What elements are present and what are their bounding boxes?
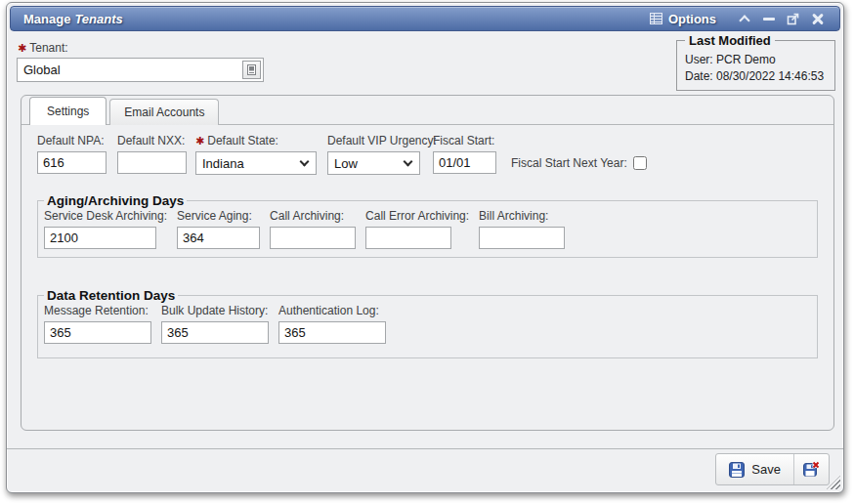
minimize-button[interactable] <box>756 9 781 28</box>
call-error-archiving-field: Call Error Archiving: <box>365 209 469 249</box>
default-state-label-text: Default State: <box>207 134 278 147</box>
default-vip-urgency-label: Default VIP Urgency: <box>327 134 420 147</box>
authentication-log-label: Authentication Log: <box>278 304 386 317</box>
default-nxx-input[interactable] <box>117 151 187 174</box>
service-aging-field: Service Aging: <box>177 209 260 249</box>
chevron-down-icon <box>300 156 310 166</box>
message-retention-input[interactable] <box>44 321 151 344</box>
save-floppy-icon <box>729 462 745 478</box>
default-npa-label: Default NPA: <box>37 134 107 147</box>
bill-archiving-label: Bill Archiving: <box>479 209 565 223</box>
tenant-input[interactable] <box>17 58 264 82</box>
close-icon <box>812 13 824 24</box>
save-button-label: Save <box>751 462 781 477</box>
call-error-archiving-input[interactable] <box>365 227 451 249</box>
manage-tenants-window: ManageTenants Options <box>6 2 844 493</box>
minimize-icon <box>763 18 775 21</box>
last-modified-legend: Last Modified <box>685 33 775 48</box>
default-vip-urgency-select[interactable]: Low <box>327 151 420 175</box>
call-archiving-input[interactable] <box>270 227 356 249</box>
options-grid-icon <box>650 13 662 24</box>
data-retention-days-group: Data Retention Days Message Retention: B… <box>37 288 818 358</box>
tab-settings[interactable]: Settings <box>29 97 107 125</box>
service-desk-archiving-field: Service Desk Archiving: <box>44 209 167 249</box>
window-title: ManageTenants <box>23 12 123 26</box>
service-aging-label: Service Aging: <box>177 209 260 223</box>
call-archiving-label: Call Archiving: <box>270 209 356 223</box>
title-bar-controls: Options <box>650 9 830 28</box>
fiscal-start-input[interactable] <box>433 151 496 174</box>
aging-archiving-days-group: Aging/Archiving Days Service Desk Archiv… <box>37 193 818 258</box>
aging-archiving-days-legend: Aging/Archiving Days <box>44 193 187 208</box>
default-npa-input[interactable] <box>37 151 107 174</box>
footer-divider <box>7 448 843 449</box>
tenant-tab-panel: Settings Email Accounts Default NPA: Def… <box>21 95 834 431</box>
options-label: Options <box>668 12 716 26</box>
authentication-log-input[interactable] <box>278 321 386 344</box>
tenant-combobox <box>17 58 264 82</box>
last-modified-date: Date: 08/30/2022 14:46:53 <box>685 68 827 85</box>
call-archiving-field: Call Archiving: <box>270 209 356 249</box>
tenant-picker-button[interactable] <box>242 61 261 79</box>
tenant-picker-icon <box>247 64 256 75</box>
bulk-update-history-field: Bulk Update History: <box>161 304 269 344</box>
default-vip-urgency-value: Low <box>334 156 358 171</box>
popout-button[interactable] <box>781 9 805 28</box>
close-button[interactable] <box>805 9 830 28</box>
fiscal-start-next-year-label: Fiscal Start Next Year: <box>511 156 627 170</box>
defaults-row: Default NPA: Default NXX: ✱Default State… <box>37 134 818 175</box>
chevron-down-icon <box>404 156 413 166</box>
call-error-archiving-label: Call Error Archiving: <box>365 209 469 223</box>
window-title-emphasis: Tenants <box>74 12 122 26</box>
last-modified-box: Last Modified User: PCR Demo Date: 08/30… <box>676 33 835 91</box>
bill-archiving-input[interactable] <box>479 227 565 249</box>
save-close-button[interactable] <box>793 454 829 484</box>
settings-tab-content: Default NPA: Default NXX: ✱Default State… <box>21 125 833 358</box>
collapse-button[interactable] <box>732 9 756 28</box>
footer-button-group: Save <box>715 453 830 485</box>
fiscal-start-next-year-field: Fiscal Start Next Year: <box>511 151 647 175</box>
required-marker: ✱ <box>18 42 26 54</box>
bulk-update-history-input[interactable] <box>161 321 269 344</box>
default-nxx-label: Default NXX: <box>117 134 187 147</box>
data-retention-days-legend: Data Retention Days <box>44 288 178 303</box>
tenant-label-text: Tenant: <box>29 41 67 55</box>
tab-email-accounts[interactable]: Email Accounts <box>109 99 219 125</box>
default-state-value: Indiana <box>202 156 244 171</box>
default-nxx-field: Default NXX: <box>117 134 187 174</box>
bulk-update-history-label: Bulk Update History: <box>161 304 269 317</box>
aging-archiving-row: Service Desk Archiving: Service Aging: C… <box>44 209 807 249</box>
service-desk-archiving-label: Service Desk Archiving: <box>44 209 167 223</box>
default-state-field: ✱Default State: Indiana <box>195 134 317 175</box>
tab-strip: Settings Email Accounts <box>21 96 833 125</box>
message-retention-label: Message Retention: <box>44 304 151 317</box>
default-vip-urgency-field: Default VIP Urgency: Low <box>327 134 420 175</box>
fiscal-start-label: Fiscal Start: <box>433 134 496 147</box>
tenant-label: ✱Tenant: <box>18 41 68 55</box>
popout-icon <box>787 13 799 25</box>
chevron-up-icon <box>739 15 749 25</box>
options-button[interactable]: Options <box>650 12 716 26</box>
window-title-prefix: Manage <box>23 12 70 26</box>
default-npa-field: Default NPA: <box>37 134 107 174</box>
default-state-label: ✱Default State: <box>195 134 317 147</box>
fiscal-start-next-year-checkbox[interactable] <box>633 156 647 170</box>
data-retention-row: Message Retention: Bulk Update History: … <box>44 304 807 344</box>
required-marker: ✱ <box>195 135 204 147</box>
bill-archiving-field: Bill Archiving: <box>479 209 565 249</box>
authentication-log-field: Authentication Log: <box>278 304 386 344</box>
fiscal-start-field: Fiscal Start: <box>433 134 496 174</box>
title-bar: ManageTenants Options <box>10 6 840 31</box>
default-state-select[interactable]: Indiana <box>195 151 317 175</box>
message-retention-field: Message Retention: <box>44 304 151 344</box>
last-modified-user: User: PCR Demo <box>685 52 827 68</box>
save-button[interactable]: Save <box>716 454 793 484</box>
save-close-icon <box>803 461 820 478</box>
service-desk-archiving-input[interactable] <box>44 227 156 249</box>
service-aging-input[interactable] <box>177 227 260 249</box>
